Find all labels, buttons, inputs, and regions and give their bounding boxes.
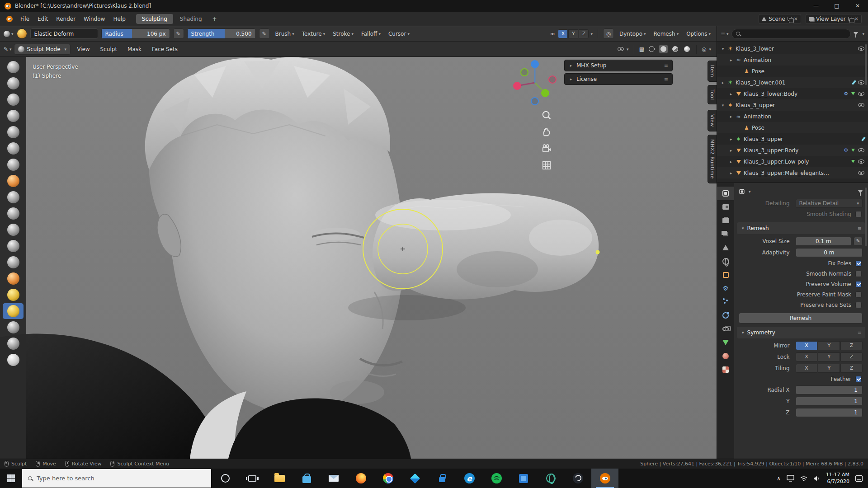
smooth-shading-checkbox[interactable]	[855, 211, 862, 217]
expand-arrow-icon[interactable]: ▸	[729, 137, 733, 141]
tool-crease[interactable]	[3, 189, 24, 205]
fix-poles-checkbox[interactable]	[855, 260, 862, 267]
workspace-tab-sculpting[interactable]: Sculpting	[136, 14, 173, 24]
taskbar-app-blender[interactable]	[591, 469, 618, 488]
voxel-size-sample-button[interactable]: ✎	[854, 237, 863, 246]
chevron-down-icon[interactable]: ▾	[862, 32, 864, 36]
panel-grip-icon[interactable]: ≡	[858, 330, 862, 336]
start-button[interactable]	[0, 469, 22, 488]
tool-inflate[interactable]	[3, 157, 24, 173]
outliner-row[interactable]: ▸ ✶ Klaus_3_upper	[717, 133, 868, 145]
3d-viewport[interactable]: User Perspective (1) Sphere ▸ MHX Setup …	[0, 57, 717, 459]
hide-in-viewport-toggle[interactable]	[858, 92, 864, 96]
tiling-z-toggle[interactable]: Z	[840, 364, 863, 373]
voxel-size-field[interactable]: 0.1 m	[796, 237, 851, 246]
cursor-popover[interactable]: Cursor▾	[386, 31, 412, 37]
tool-clay[interactable]	[3, 92, 24, 108]
outliner-row[interactable]: ♟ Pose	[717, 66, 868, 77]
radius-pressure-button[interactable]: ✎	[173, 28, 184, 39]
shading-rendered-button[interactable]	[683, 45, 691, 53]
mhx-setup-panel-header[interactable]: ▸ MHX Setup ≡	[564, 60, 673, 71]
hide-in-viewport-toggle[interactable]	[858, 160, 864, 164]
strength-slider[interactable]: Strength 0.500	[187, 28, 256, 39]
tool-fill[interactable]	[3, 238, 24, 254]
sidebar-tab-view[interactable]: View	[708, 110, 717, 131]
expand-arrow-icon[interactable]: ▸	[729, 160, 733, 164]
maximize-button[interactable]: □	[826, 0, 847, 12]
wifi-icon[interactable]	[800, 476, 807, 481]
filter-icon[interactable]	[858, 190, 863, 193]
brush-selector-button[interactable]: ▾	[4, 31, 14, 37]
outliner-editor-type-button[interactable]: ≡ ▾	[721, 31, 729, 37]
smooth-normals-checkbox[interactable]	[855, 271, 862, 277]
tool-draw-sharp[interactable]	[3, 75, 24, 91]
tool-clay-thumb[interactable]	[3, 124, 24, 140]
menu-sculpt[interactable]: Sculpt	[96, 42, 121, 56]
menu-edit[interactable]: Edit	[33, 12, 52, 26]
panel-grip-icon[interactable]: ≡	[664, 63, 668, 69]
expand-arrow-icon[interactable]: ▸	[729, 114, 733, 119]
mirror-z-toggle[interactable]: Z	[579, 29, 589, 38]
hide-in-viewport-toggle[interactable]	[858, 80, 864, 84]
workspace-tab-shading[interactable]: Shading	[174, 14, 208, 24]
radius-slider[interactable]: Radius 106 px	[101, 28, 170, 39]
properties-tab-tool[interactable]	[717, 187, 734, 200]
expand-arrow-icon[interactable]: ▾	[721, 103, 725, 108]
remove-view-layer-icon[interactable]: ×	[854, 16, 859, 22]
expand-arrow-icon[interactable]: ▸	[729, 171, 733, 175]
outliner-row[interactable]: ▸ ≈ Animation	[717, 111, 868, 122]
expand-arrow-icon[interactable]: ▸	[729, 58, 733, 62]
shading-wireframe-button[interactable]	[647, 45, 656, 53]
taskbar-app-mail[interactable]	[320, 469, 347, 488]
mirror-z-toggle[interactable]: Z	[840, 341, 863, 350]
lock-y-toggle[interactable]: Y	[818, 352, 840, 361]
expand-arrow-icon[interactable]: ▸	[721, 80, 725, 85]
taskbar-app-chrome[interactable]	[374, 469, 401, 488]
blender-menu-icon[interactable]	[6, 16, 13, 22]
taskbar-app-task-view[interactable]	[239, 469, 266, 488]
unlink-scene-icon[interactable]: ×	[794, 16, 798, 22]
adaptivity-field[interactable]: 0 m	[796, 248, 863, 257]
outliner-row[interactable]: ▸ Klaus_3_lower:Body ⚙	[717, 88, 868, 99]
taskbar-app-edge[interactable]: e	[456, 469, 483, 488]
tiling-y-toggle[interactable]: Y	[818, 364, 840, 373]
tool-grab[interactable]	[3, 287, 24, 303]
tool-smooth[interactable]	[3, 206, 24, 221]
properties-tab-render[interactable]	[717, 200, 734, 214]
filter-icon[interactable]	[854, 32, 858, 35]
sidebar-tab-tool[interactable]: Tool	[708, 85, 717, 104]
tool-flatten[interactable]	[3, 222, 24, 238]
properties-tab-object[interactable]	[717, 268, 734, 282]
properties-tab-texture[interactable]	[717, 363, 734, 376]
hand-icon[interactable]	[542, 127, 552, 137]
tool-layer[interactable]	[3, 141, 24, 156]
minimize-button[interactable]: —	[806, 0, 826, 12]
taskbar-app-maps[interactable]	[537, 469, 564, 488]
menu-mask[interactable]: Mask	[123, 42, 146, 56]
menu-view[interactable]: View	[73, 42, 94, 56]
view-layer-selector[interactable]: View Layer ×	[806, 14, 862, 24]
preserve-paint-mask-checkbox[interactable]	[855, 291, 862, 298]
properties-tab-world[interactable]	[717, 254, 734, 268]
editor-type-button[interactable]: ✎ ▾	[4, 46, 12, 52]
outliner-row[interactable]: ▸ ≈ Animation	[717, 54, 868, 66]
taskbar-app-microsoft-store[interactable]	[293, 469, 320, 488]
stroke-popover[interactable]: Stroke▾	[330, 31, 356, 37]
tool-scrape[interactable]	[3, 254, 24, 270]
expand-arrow-icon[interactable]: ▸	[569, 63, 573, 68]
mirror-x-toggle[interactable]: X	[558, 29, 568, 38]
taskbar-app-password-manager[interactable]	[429, 469, 456, 488]
remesh-panel-header[interactable]: ▾ Remesh ≡	[737, 222, 865, 234]
lock-z-toggle[interactable]: Z	[840, 352, 863, 361]
texture-popover[interactable]: Texture▾	[300, 31, 327, 37]
properties-tab-constraints[interactable]	[717, 322, 734, 336]
properties-tab-scene[interactable]	[717, 241, 734, 254]
hide-in-viewport-toggle[interactable]	[858, 47, 864, 51]
tool-clay-strips[interactable]	[3, 108, 24, 124]
outliner-scrollbar[interactable]	[865, 44, 867, 85]
new-scene-icon[interactable]	[788, 17, 792, 21]
fade-inactive-icon[interactable]: ◎	[603, 28, 614, 39]
expand-arrow-icon[interactable]: ▾	[721, 47, 725, 51]
preserve-volume-checkbox[interactable]	[855, 281, 862, 287]
mirror-y-toggle[interactable]: Y	[568, 29, 578, 38]
